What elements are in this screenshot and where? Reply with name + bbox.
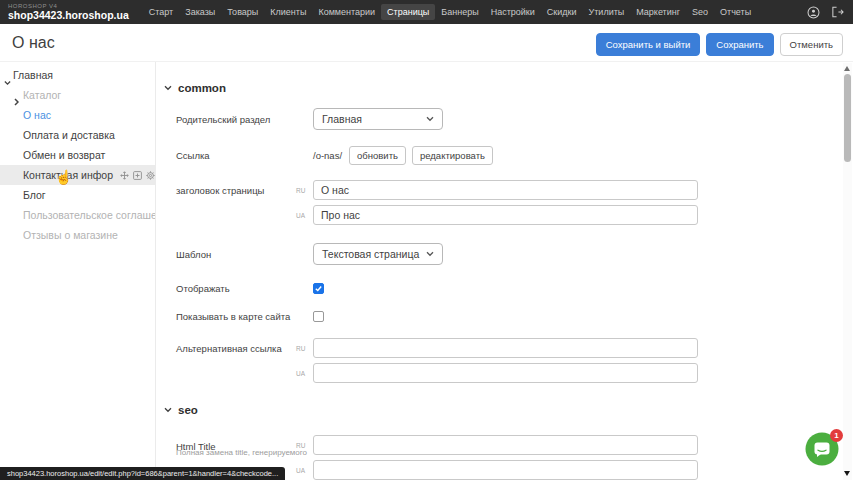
move-icon[interactable] [120, 171, 129, 180]
page-title: О нас [12, 34, 55, 52]
html-title-note: Полная замена title, генерируемого [176, 448, 307, 457]
sidebar-item-1[interactable]: Каталог [0, 85, 155, 105]
cancel-button[interactable]: Отменить [780, 33, 843, 56]
sidebar-tree: ГлавнаяКаталогО насОплата и доставкаОбме… [0, 65, 155, 245]
topbar-menu-item-10[interactable]: Маркетинг [630, 4, 686, 20]
sidebar-item-3[interactable]: Оплата и доставка [0, 125, 155, 145]
section-seo[interactable]: seo [164, 404, 841, 416]
topbar-menu-item-9[interactable]: Утилиты [583, 4, 631, 20]
brand-domain: shop34423.horoshop.ua [8, 10, 129, 21]
page: HOROSHOP V4 shop34423.horoshop.ua СтартЗ… [0, 0, 853, 480]
page-title-ua-row: UA [176, 205, 841, 225]
alt-link-ua-row: UA [176, 363, 841, 383]
html-title-ru-input[interactable] [313, 435, 698, 455]
chevron-down-icon [164, 407, 172, 413]
html-title-label-block: Html Title Полная замена title, генериру… [176, 436, 296, 454]
template-select[interactable]: Текстовая страница [313, 243, 443, 265]
sidebar-item-label: Пользовательское соглашение [23, 209, 156, 221]
sidebar-item-label: Каталог [23, 89, 61, 101]
gear-icon[interactable] [146, 171, 155, 180]
alt-link-ru-input[interactable] [313, 338, 698, 358]
topbar-menu-item-3[interactable]: Клиенты [264, 4, 312, 20]
scrollbar-up-arrow[interactable] [844, 66, 850, 71]
lang-ua-tag: UA [296, 369, 313, 377]
lang-ru-tag: RU [296, 186, 313, 194]
topbar-menu-item-0[interactable]: Старт [143, 4, 179, 20]
lang-ua-tag: UA [296, 466, 313, 474]
topbar-menu-item-5[interactable]: Страницы [381, 4, 435, 20]
template-label: Шаблон [176, 249, 296, 260]
lang-ru-tag: RU [296, 344, 313, 352]
template-row: Шаблон Текстовая страница [176, 243, 841, 265]
spacer [296, 316, 313, 317]
topbar-icons [807, 6, 844, 19]
link-update-button[interactable]: обновить [349, 146, 406, 165]
template-value: Текстовая страница [322, 248, 419, 260]
scrollbar-thumb[interactable] [844, 74, 851, 162]
link-edit-button[interactable]: редактировать [412, 146, 493, 165]
topbar-menu-item-4[interactable]: Комментарии [312, 4, 381, 20]
chevron-down-icon [426, 116, 434, 122]
topbar-menu: СтартЗаказыТоварыКлиентыКомментарииСтран… [143, 4, 757, 20]
section-seo-title: seo [178, 404, 198, 416]
sidebar-item-7[interactable]: Пользовательское соглашение [0, 205, 155, 225]
topbar-menu-item-11[interactable]: Seo [686, 4, 714, 20]
parent-section-select[interactable]: Главная [313, 108, 443, 130]
sidebar-item-5[interactable]: Контактная инфор [0, 165, 155, 185]
sidebar-item-label: О нас [23, 109, 51, 121]
sidebar-item-label: Блог [23, 189, 46, 201]
sidebar-item-6[interactable]: Блог [0, 185, 155, 205]
brand[interactable]: HOROSHOP V4 shop34423.horoshop.ua [8, 3, 129, 21]
sidebar-item-2[interactable]: О нас [0, 105, 155, 125]
parent-section-row: Родительский раздел Главная [176, 108, 841, 130]
topbar-menu-item-12[interactable]: Отчеты [714, 4, 757, 20]
topbar-menu-item-1[interactable]: Заказы [179, 4, 221, 20]
page-title-ru-row: заголовок страницы RU [176, 180, 841, 200]
save-button[interactable]: Сохранить [706, 33, 773, 56]
header: О нас Сохранить и выйти Сохранить Отмени… [0, 24, 853, 62]
link-label: Ссылка [176, 150, 296, 161]
status-url-tooltip: shop34423.horoshop.ua/edit/edit.php?id=6… [0, 467, 285, 480]
sidebar-item-4[interactable]: Обмен и возврат [0, 145, 155, 165]
topbar-menu-item-2[interactable]: Товары [221, 4, 264, 20]
topbar: HOROSHOP V4 shop34423.horoshop.ua СтартЗ… [0, 0, 853, 24]
scrollbar[interactable] [843, 63, 852, 480]
section-common[interactable]: common [164, 82, 841, 94]
link-path-value: /o-nas/ [313, 150, 342, 161]
logout-icon[interactable] [831, 6, 844, 18]
chat-unread-badge: 1 [830, 429, 843, 442]
html-title-ru-row: Html Title Полная замена title, генериру… [176, 435, 841, 455]
alt-link-ua-input[interactable] [313, 363, 698, 383]
topbar-menu-item-8[interactable]: Скидки [541, 4, 583, 20]
lang-ua-tag: UA [296, 211, 313, 219]
add-page-icon[interactable] [133, 171, 142, 180]
save-and-exit-button[interactable]: Сохранить и выйти [596, 33, 701, 56]
sidebar-item-label: Отзывы о магазине [23, 229, 118, 241]
header-buttons: Сохранить и выйти Сохранить Отменить [596, 33, 843, 56]
main-content: common Родительский раздел Главная Ссылк… [157, 62, 841, 480]
display-checkbox[interactable] [313, 283, 324, 294]
page-title-label: заголовок страницы [176, 185, 296, 196]
spacer [296, 254, 313, 255]
page-title-ru-input[interactable] [313, 180, 698, 200]
spacer [296, 288, 313, 289]
account-icon[interactable] [807, 6, 820, 19]
html-title-ua-input[interactable] [313, 460, 698, 480]
alt-link-ru-row: Альтернативная ссылка RU [176, 338, 841, 358]
link-row: Ссылка /o-nas/ обновить редактировать [176, 146, 841, 165]
topbar-menu-item-7[interactable]: Настройки [485, 4, 541, 20]
cursor-hand-icon: ☝ [55, 169, 72, 185]
page-title-ua-input[interactable] [313, 205, 698, 225]
sitemap-checkbox[interactable] [313, 311, 324, 322]
sidebar-item-label: Оплата и доставка [23, 129, 115, 141]
display-label: Отображать [176, 283, 296, 294]
sidebar-item-0[interactable]: Главная [0, 65, 155, 85]
sidebar-item-label: Главная [13, 69, 53, 81]
chevron-down-icon [164, 85, 172, 91]
sidebar-item-8[interactable]: Отзывы о магазине [0, 225, 155, 245]
sidebar: ГлавнаяКаталогО насОплата и доставкаОбме… [0, 62, 156, 480]
scrollbar-down-arrow[interactable] [844, 471, 850, 476]
chat-widget-button[interactable]: 1 [804, 431, 842, 469]
topbar-menu-item-6[interactable]: Баннеры [435, 4, 484, 20]
sitemap-label: Показывать в карте сайта [176, 311, 296, 322]
